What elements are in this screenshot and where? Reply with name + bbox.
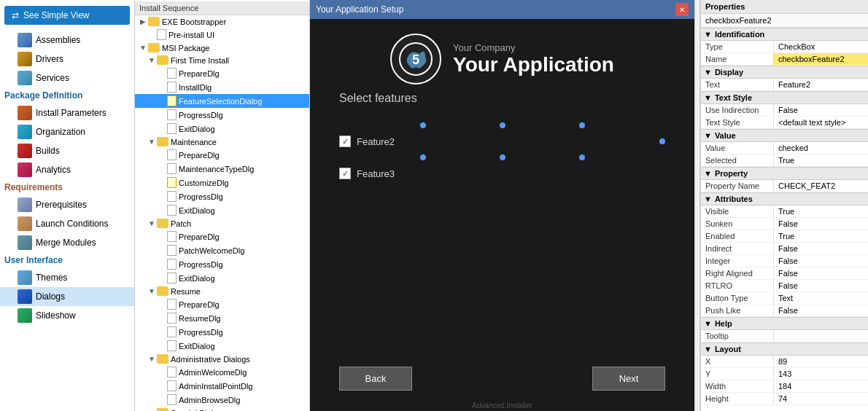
tree-node-patch-welcome-dlg[interactable]: PatchWelcomeDlg: [135, 243, 309, 257]
section-header-requirements[interactable]: Requirements: [0, 179, 134, 195]
sidebar-item-analytics[interactable]: Analytics: [0, 160, 134, 179]
see-simple-view-button[interactable]: ⇄ See Simple View: [4, 6, 130, 25]
props-section-text-style: ▼ Text Style: [701, 91, 868, 104]
tree-node-progress-dlg-2[interactable]: ProgressDlg: [135, 189, 309, 203]
tree-node-maintenance-type-dlg[interactable]: MaintenanceTypeDlg: [135, 162, 309, 176]
preview-close-button[interactable]: ✕: [675, 3, 689, 16]
feature2-checkbox-icon[interactable]: ✓: [339, 136, 351, 147]
tree-node-exit-dlg-2[interactable]: ExitDialog: [135, 203, 309, 217]
prop-val: 74: [774, 393, 868, 404]
tree-node-customize-dlg[interactable]: CustomizeDlg: [135, 176, 309, 189]
tree-node-progress-dlg-1[interactable]: ProgressDlg: [135, 108, 309, 122]
tree-node-resume-dlg[interactable]: ResumeDlg: [135, 311, 309, 325]
sidebar-item-merge-modules[interactable]: Merge Modules: [0, 233, 134, 252]
tree-node-exit-dlg-3[interactable]: ExitDialog: [135, 271, 309, 285]
prop-name: Name: [701, 53, 774, 65]
section-label: Layout: [715, 345, 741, 353]
section-header-package-definition[interactable]: Package Definition: [0, 87, 134, 103]
tree-node-admin-welcome-dlg[interactable]: AdminWelcomeDlg: [135, 365, 309, 379]
tree-node-admin-browse-dlg[interactable]: AdminBrowseDlg: [135, 393, 309, 407]
prop-val: True: [774, 230, 868, 242]
prop-name: Button Type: [701, 292, 774, 304]
page-icon: [167, 149, 177, 160]
sidebar-item-assemblies[interactable]: Assemblies: [0, 31, 134, 50]
preview-features-area: ✓ Feature2 ✓ Feature3: [325, 120, 680, 361]
page-icon: [167, 123, 177, 134]
prop-name: Right Aligned: [701, 267, 774, 279]
back-button[interactable]: Back: [339, 367, 412, 391]
tree-node-prepare-dlg-1[interactable]: PrepareDlg: [135, 66, 309, 80]
tree-node-pre-install-ui[interactable]: Pre-install UI: [135, 28, 309, 42]
properties-header: Properties: [701, 0, 868, 14]
tree-node-exit-dlg-1[interactable]: ExitDialog: [135, 122, 309, 136]
feature-row-feature2: ✓ Feature2: [325, 131, 680, 152]
prop-val: [774, 330, 868, 342]
feature3-checkbox-icon[interactable]: ✓: [339, 168, 351, 179]
tree-node-patch[interactable]: ▼ Patch: [135, 217, 309, 230]
tree-header: Install Sequence: [135, 1, 309, 15]
install-params-icon: [18, 106, 32, 120]
folder-icon: [157, 137, 168, 146]
preview-select-text: Select features: [325, 92, 417, 105]
sidebar-item-drivers[interactable]: Drivers: [0, 50, 134, 68]
sidebar-item-services[interactable]: Services: [0, 68, 134, 87]
page-icon: [167, 313, 177, 324]
tree-node-install-dlg[interactable]: InstallDlg: [135, 80, 309, 94]
node-label: Administrative Dialogs: [171, 355, 250, 364]
node-label: PrepareDlg: [179, 232, 220, 241]
tree-node-prepare-dlg-3[interactable]: PrepareDlg: [135, 230, 309, 243]
prop-name: Enabled: [701, 230, 774, 242]
prop-name: Text Style: [701, 117, 774, 128]
prop-name: Visible: [701, 206, 774, 217]
folder-icon: [157, 286, 168, 296]
prop-name: Property Name: [701, 180, 774, 192]
tree-node-progress-dlg-4[interactable]: ProgressDlg: [135, 325, 309, 339]
analytics-icon: [18, 163, 32, 177]
sidebar-item-builds[interactable]: Builds: [0, 141, 134, 160]
prop-val: checked: [774, 142, 868, 154]
prop-row-integer: Integer False: [701, 255, 868, 267]
drivers-icon: [18, 52, 32, 66]
sidebar-item-prerequisites[interactable]: Prerequisites: [0, 195, 134, 214]
prop-name: Value: [701, 142, 774, 154]
merge-modules-label: Merge Modules: [36, 238, 96, 248]
tree-node-progress-dlg-3[interactable]: ProgressDlg: [135, 257, 309, 271]
prop-row-selected: Selected True: [701, 154, 868, 167]
sidebar-item-themes[interactable]: Themes: [0, 268, 134, 287]
tree-node-special-dialogs[interactable]: ▶ Special Dialogs: [135, 407, 309, 411]
slideshow-label: Slideshow: [36, 310, 76, 321]
section-label: Identification: [715, 30, 764, 39]
tree-node-exe-bootstrapper[interactable]: ▶ EXE Bootstrapper: [135, 15, 309, 28]
feature-dot: [420, 122, 426, 128]
analytics-label: Analytics: [36, 165, 71, 175]
preview-logo: 5: [390, 34, 441, 85]
tree-node-prepare-dlg-2[interactable]: PrepareDlg: [135, 148, 309, 162]
sidebar-item-install-params[interactable]: Install Parameters: [0, 103, 134, 122]
tree-node-admin-install-point-dlg[interactable]: AdminInstallPointDlg: [135, 379, 309, 393]
page-icon: [167, 340, 177, 351]
app-logo-svg: 5: [398, 41, 434, 77]
prop-val: Feature2: [774, 79, 868, 90]
tree-node-prepare-dlg-4[interactable]: PrepareDlg: [135, 297, 309, 311]
sidebar-item-dialogs[interactable]: Dialogs: [0, 287, 134, 306]
tree-node-maintenance[interactable]: ▼ Maintenance: [135, 136, 309, 148]
tree-node-msi-package[interactable]: ▼ MSI Package: [135, 42, 309, 54]
tree-node-first-time-install[interactable]: ▼ First Time Install: [135, 54, 309, 66]
sidebar-item-slideshow[interactable]: Slideshow: [0, 306, 134, 325]
prop-row-visible: Visible True: [701, 206, 868, 218]
page-icon: [167, 326, 177, 337]
vertical-scrollbar[interactable]: [694, 0, 700, 411]
tree-node-exit-dlg-4[interactable]: ExitDialog: [135, 339, 309, 353]
prop-val: False: [774, 255, 868, 267]
next-button[interactable]: Next: [592, 367, 665, 391]
node-label: MSI Package: [162, 44, 209, 52]
sidebar-item-organization[interactable]: Organization: [0, 122, 134, 141]
tree-node-admin-dialogs[interactable]: ▼ Administrative Dialogs: [135, 353, 309, 365]
tree-node-resume[interactable]: ▼ Resume: [135, 285, 309, 297]
tree-node-feature-selection-dlg[interactable]: FeatureSelectionDialog: [135, 94, 309, 108]
prop-row-value: Value checked: [701, 142, 868, 154]
builds-icon: [18, 144, 32, 158]
section-header-user-interface[interactable]: User Interface: [0, 252, 134, 268]
sidebar-item-launch-conditions[interactable]: Launch Conditions: [0, 214, 134, 233]
drivers-label: Drivers: [36, 54, 63, 64]
